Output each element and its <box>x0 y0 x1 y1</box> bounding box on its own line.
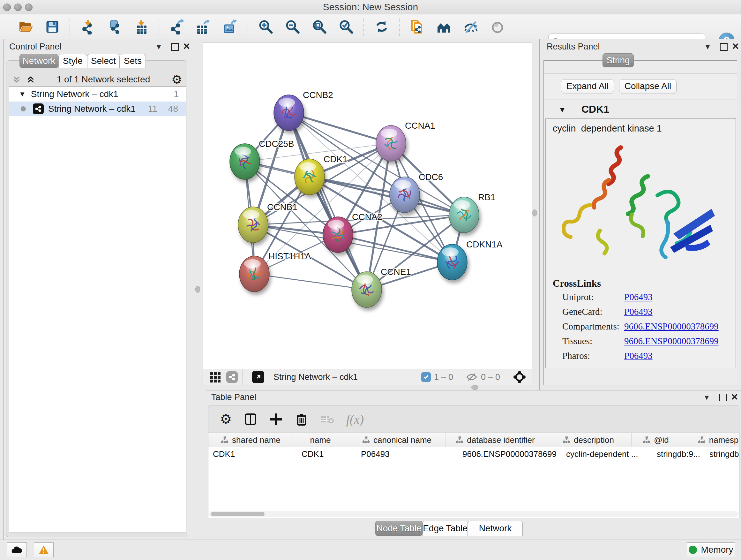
network-row[interactable]: String Network – cdk1 11 48 <box>9 102 186 116</box>
crosslink-value-link[interactable]: P06493 <box>624 292 653 302</box>
grid-view-icon[interactable] <box>210 372 220 382</box>
table-cell[interactable]: CDK1 <box>208 447 297 461</box>
expand-all-icon[interactable] <box>26 75 36 84</box>
warning-button[interactable] <box>34 543 54 557</box>
column-header-description[interactable]: description <box>545 433 631 447</box>
panel-float-icon[interactable] <box>720 43 728 52</box>
add-column-icon[interactable] <box>269 412 283 426</box>
open-session-button[interactable] <box>17 17 35 37</box>
hide-selected-button[interactable] <box>462 17 480 37</box>
vertical-splitter-grip[interactable] <box>195 286 200 293</box>
tab-edge-table[interactable]: Edge Table <box>422 521 468 536</box>
apply-preferred-layout-button[interactable] <box>373 17 391 37</box>
export-table-button[interactable] <box>195 17 212 37</box>
network-from-selection-icon <box>409 19 425 35</box>
column-header-namespace[interactable]: namespace <box>680 433 739 447</box>
collapse-all-icon[interactable] <box>12 75 21 84</box>
network-node[interactable] <box>230 144 260 179</box>
collapse-all-button[interactable]: Collapse All <box>619 79 677 94</box>
import-network-from-database-button[interactable] <box>106 17 124 37</box>
column-header-shared-name[interactable]: shared name <box>208 433 293 447</box>
table-cell[interactable]: cyclin-dependent ... <box>562 447 652 461</box>
tab-network-table[interactable]: Network Table <box>468 521 523 536</box>
detach-view-icon[interactable] <box>252 371 264 383</box>
zoom-fit-icon <box>312 19 327 35</box>
gear-icon[interactable]: ⚙ <box>172 73 182 85</box>
network-node[interactable] <box>274 95 304 131</box>
expand-all-button[interactable]: Expand All <box>561 79 614 94</box>
export-image-button[interactable] <box>221 17 239 37</box>
table-settings-gear-icon[interactable]: ⚙ <box>220 413 232 426</box>
zoom-fit-button[interactable] <box>311 17 328 37</box>
network-node[interactable] <box>294 159 325 195</box>
tab-select[interactable]: Select <box>87 54 120 68</box>
column-header-canonical-name[interactable]: canonical name <box>348 433 446 447</box>
crosslink-value-link[interactable]: P06493 <box>624 351 653 361</box>
network-node[interactable] <box>437 244 467 280</box>
memory-button[interactable]: Memory <box>687 543 735 557</box>
table-cell[interactable]: CDK1 <box>297 447 356 461</box>
hscrollbar-thumb[interactable] <box>211 512 265 516</box>
cloud-button[interactable] <box>7 543 27 557</box>
panel-menu-icon[interactable]: ▾ <box>704 393 709 401</box>
column-header-name[interactable]: name <box>293 433 348 447</box>
table-hscrollbar[interactable] <box>209 511 738 517</box>
zoom-in-button[interactable] <box>257 17 275 37</box>
panel-float-icon[interactable] <box>719 394 727 402</box>
birdseye-icon[interactable] <box>513 370 527 384</box>
panel-close-icon[interactable]: ✕ <box>731 393 738 401</box>
tab-string[interactable]: String <box>603 53 634 67</box>
vertical-splitter-grip[interactable] <box>532 209 537 216</box>
collection-expand-icon[interactable]: ▼ <box>19 90 26 98</box>
selected-checkbox-icon[interactable] <box>421 372 431 382</box>
network-edge[interactable] <box>254 274 367 290</box>
network-edge[interactable] <box>289 113 367 290</box>
network-node[interactable] <box>352 272 382 307</box>
network-node[interactable] <box>376 125 406 161</box>
network-node[interactable] <box>239 256 269 292</box>
panel-close-icon[interactable]: ✕ <box>183 43 190 51</box>
save-session-button[interactable] <box>44 17 61 37</box>
table-cell[interactable]: stringdb <box>705 447 739 461</box>
panel-close-icon[interactable]: ✕ <box>732 43 739 51</box>
delete-column-icon[interactable] <box>294 412 309 426</box>
network-node[interactable] <box>323 217 353 253</box>
tab-node-table[interactable]: Node Table <box>375 521 422 536</box>
network-overview-icon[interactable] <box>226 371 238 383</box>
network-collection-row[interactable]: ▼ String Network – cdk1 1 <box>9 87 186 102</box>
node-table[interactable]: shared namename canonical name database … <box>208 433 739 518</box>
export-network-button[interactable] <box>168 17 186 37</box>
import-table-from-file-button[interactable] <box>132 17 150 37</box>
entry-expand-icon[interactable]: ▼ <box>558 105 566 114</box>
tab-network[interactable]: Network <box>19 54 58 68</box>
zoom-selected-button[interactable] <box>337 17 355 37</box>
network-edge[interactable] <box>289 113 391 143</box>
network-node[interactable] <box>390 177 420 212</box>
toolbar-separator <box>248 18 249 36</box>
table-cell[interactable]: 9606.ENSP00000378699 <box>458 447 562 461</box>
table-cell[interactable]: P06493 <box>356 447 458 461</box>
new-network-from-selection-button[interactable] <box>408 17 426 37</box>
result-entry-content: cyclin–dependent kinase 1 CrossLinks Uni… <box>545 118 736 368</box>
network-node[interactable] <box>449 197 479 233</box>
network-node[interactable] <box>238 207 268 243</box>
first-neighbors-button[interactable] <box>435 17 453 37</box>
crosslink-value-link[interactable]: 9606.ENSP00000378699 <box>624 336 719 347</box>
zoom-out-button[interactable] <box>284 17 301 37</box>
panel-float-icon[interactable] <box>171 43 179 52</box>
tab-style[interactable]: Style <box>58 54 87 68</box>
crosslink-value-link[interactable]: 9606.ENSP00000378699 <box>624 321 719 332</box>
tab-sets[interactable]: Sets <box>120 54 146 68</box>
crosslink-value-link[interactable]: P06493 <box>624 307 653 317</box>
result-entry-header[interactable]: ▼ CDK1 <box>543 100 737 119</box>
panel-menu-icon[interactable]: ▾ <box>705 43 710 51</box>
panel-menu-icon[interactable]: ▾ <box>157 43 161 51</box>
show-all-button[interactable] <box>488 17 507 37</box>
table-cell[interactable]: stringdb:9... <box>652 447 705 461</box>
show-columns-icon[interactable] <box>244 412 258 426</box>
column-header--id[interactable]: @id <box>631 433 680 447</box>
horizontal-splitter-grip[interactable] <box>471 385 478 390</box>
import-network-from-file-button[interactable] <box>79 17 97 37</box>
column-header-database-identifier[interactable]: database identifier <box>446 433 545 447</box>
network-canvas[interactable]: CCNB2 CCNA1 CDC25B CDK1 CDC6 RB1 CCNB1 C… <box>203 43 532 369</box>
